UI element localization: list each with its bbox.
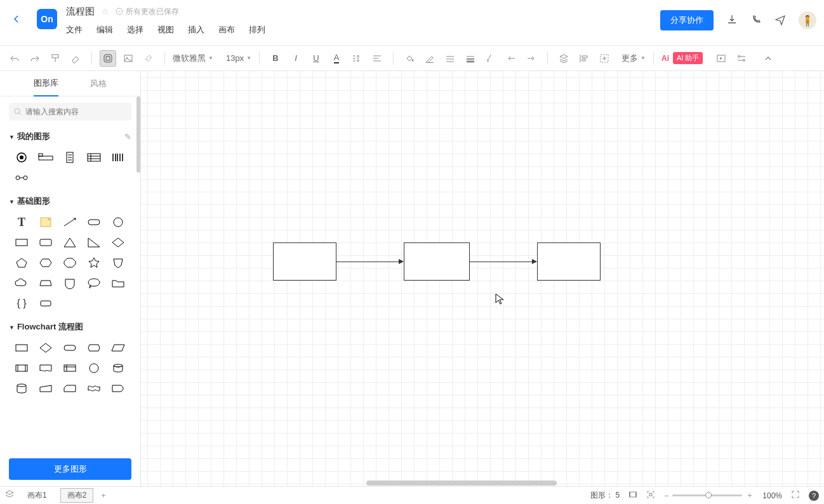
shape-drop[interactable] xyxy=(60,275,80,291)
share-button[interactable]: 分享协作 xyxy=(660,10,714,30)
zoom-label[interactable]: 100% xyxy=(762,491,782,500)
fc-data[interactable] xyxy=(108,340,128,355)
connector-style-button[interactable] xyxy=(482,50,499,67)
group-my-shapes[interactable]: ▼我的图形 ✎ xyxy=(0,127,140,146)
fc-card[interactable] xyxy=(60,381,80,396)
canvas-connector[interactable] xyxy=(336,262,400,262)
tab-shape-library[interactable]: 图形库 xyxy=(34,71,58,96)
fc-decision[interactable] xyxy=(36,340,56,355)
arrow-start-button[interactable] xyxy=(503,50,519,67)
menu-arrange[interactable]: 排列 xyxy=(249,24,265,36)
link-tool-icon[interactable] xyxy=(140,50,157,67)
font-family-select[interactable]: 微软雅黑▼ xyxy=(173,53,213,64)
canvas-h-scrollbar[interactable] xyxy=(141,480,824,486)
fc-display[interactable] xyxy=(84,340,104,355)
fit-page-icon[interactable] xyxy=(646,490,655,501)
font-size-select[interactable]: 13px▼ xyxy=(226,53,251,63)
shape-diamond[interactable] xyxy=(108,235,128,250)
fc-tape[interactable] xyxy=(84,381,104,396)
shape-folder[interactable] xyxy=(108,275,128,291)
shape-octagon[interactable] xyxy=(60,255,80,270)
fc-internal-storage[interactable] xyxy=(60,361,80,376)
underline-button[interactable]: U xyxy=(308,50,324,67)
fullscreen-icon[interactable] xyxy=(791,490,800,501)
line-height-button[interactable] xyxy=(349,50,365,67)
more-shapes-button[interactable]: 更多图形 xyxy=(9,458,131,480)
shape-braces[interactable]: { } xyxy=(11,296,32,311)
align-text-button[interactable] xyxy=(369,50,385,67)
shape-trapezoid[interactable] xyxy=(36,275,56,291)
settings-icon[interactable] xyxy=(733,50,750,67)
layers-icon[interactable] xyxy=(5,490,14,501)
canvas[interactable] xyxy=(141,71,824,486)
group-basic-shapes[interactable]: ▼基础图形 xyxy=(0,192,140,211)
shape-bed[interactable] xyxy=(36,150,56,165)
shape-star[interactable] xyxy=(84,255,104,270)
shape-shield[interactable] xyxy=(108,255,128,270)
canvas-shape-rect[interactable] xyxy=(537,242,601,281)
shape-server[interactable] xyxy=(60,150,80,165)
zoom-in-button[interactable]: ＋ xyxy=(746,490,754,501)
menu-select[interactable]: 选择 xyxy=(127,24,143,36)
favorite-icon[interactable]: ☆ xyxy=(101,6,109,17)
menu-file[interactable]: 文件 xyxy=(66,24,83,36)
shape-hexagon[interactable] xyxy=(36,255,56,270)
shape-note[interactable] xyxy=(36,215,56,230)
shape-text[interactable]: T xyxy=(11,215,32,230)
collapse-panel-icon[interactable] xyxy=(760,50,776,67)
shape-circle[interactable] xyxy=(108,215,128,230)
canvas-shape-rect[interactable] xyxy=(273,242,336,281)
shape-right-triangle[interactable] xyxy=(84,235,104,250)
shape-line[interactable] xyxy=(60,215,80,230)
shape-cloud[interactable] xyxy=(11,275,32,291)
fc-predefined[interactable] xyxy=(11,361,32,376)
shape-search[interactable] xyxy=(9,103,131,121)
format-painter-icon[interactable] xyxy=(47,50,63,67)
send-icon[interactable] xyxy=(774,14,786,27)
undo-button[interactable] xyxy=(6,50,23,67)
shape-barcode[interactable] xyxy=(108,150,128,165)
ai-assistant-button[interactable]: AI 助手 xyxy=(673,52,703,64)
zoom-slider[interactable]: − ＋ xyxy=(664,490,754,501)
shape-rect2[interactable] xyxy=(36,235,56,250)
image-tool-icon[interactable] xyxy=(120,50,136,67)
edit-group-icon[interactable]: ✎ xyxy=(124,132,131,142)
more-tools-button[interactable]: 更多▼ xyxy=(621,53,646,64)
align-objects-button[interactable] xyxy=(576,50,592,67)
user-avatar[interactable]: 🧍 xyxy=(799,11,816,29)
preview-icon[interactable] xyxy=(713,50,729,67)
shape-target[interactable] xyxy=(11,150,32,165)
menu-canvas[interactable]: 画布 xyxy=(218,24,235,36)
group-flowchart[interactable]: ▼Flowchart 流程图 xyxy=(0,317,140,336)
fc-document[interactable] xyxy=(36,361,56,376)
zoom-out-button[interactable]: − xyxy=(664,491,668,500)
menu-insert[interactable]: 插入 xyxy=(188,24,204,36)
fc-database[interactable] xyxy=(108,361,128,376)
font-color-button[interactable]: A xyxy=(328,50,345,67)
fill-color-button[interactable] xyxy=(401,50,418,67)
shape-rounded-rect[interactable] xyxy=(84,215,104,230)
tab-style[interactable]: 风格 xyxy=(90,72,107,96)
back-button[interactable] xyxy=(8,10,25,28)
add-sheet-button[interactable]: ＋ xyxy=(100,490,107,501)
sheet-tab[interactable]: 画布2 xyxy=(60,488,94,503)
italic-button[interactable]: I xyxy=(288,50,304,67)
shape-list[interactable] xyxy=(84,150,104,165)
fc-delay[interactable] xyxy=(108,381,128,396)
shape-triangle[interactable] xyxy=(60,235,80,250)
shape-chain[interactable] xyxy=(11,170,32,185)
bold-button[interactable]: B xyxy=(267,50,284,67)
group-button[interactable] xyxy=(596,50,613,67)
phone-icon[interactable] xyxy=(750,14,762,27)
menu-edit[interactable]: 编辑 xyxy=(96,24,113,36)
help-button[interactable]: ? xyxy=(809,491,819,501)
fc-manual-input[interactable] xyxy=(36,381,56,396)
fc-connector[interactable] xyxy=(84,361,104,376)
container-tool-icon[interactable] xyxy=(100,50,116,67)
menu-view[interactable]: 视图 xyxy=(157,24,174,36)
shape-pentagon[interactable] xyxy=(11,255,32,270)
fc-process[interactable] xyxy=(11,340,32,355)
canvas-connector[interactable] xyxy=(470,262,533,262)
fc-terminator[interactable] xyxy=(60,340,80,355)
shape-rect[interactable] xyxy=(11,235,32,250)
